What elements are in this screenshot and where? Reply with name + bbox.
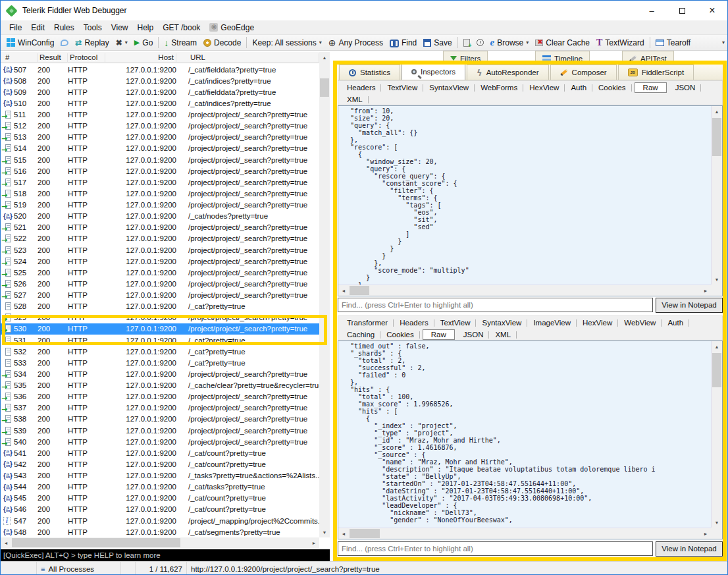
menu-item-geoedge[interactable]: ✳GeoEdge [205,22,259,34]
response-vertical-scrollbar[interactable]: ▲ ▼ [711,341,722,528]
request-tab-headers[interactable]: Headers [341,82,381,93]
response-tab-imageview[interactable]: ImageView [527,317,577,328]
scroll-left-icon[interactable]: ◄ [338,285,349,296]
quickexec-bar[interactable]: [QuickExec] ALT+Q > type HELP to learn m… [1,549,334,561]
request-raw-text-area[interactable]: "from": 10, "size": 20, "query": { "matc… [338,106,711,285]
session-row[interactable]: 532200HTTP127.0.0.1:9200/_cat?pretty=tru… [1,346,319,357]
session-row[interactable]: {json}510200HTTP127.0.0.1:9200/_cat/indi… [1,97,319,109]
tab-timeline[interactable]: Timeline [535,51,590,61]
response-tab-xml[interactable]: XML [489,329,517,340]
session-row[interactable]: →536200HTTP127.0.0.1:9200/project/projec… [1,391,319,402]
request-tab-textview[interactable]: TextView [381,82,423,93]
clear-cache-button[interactable]: Clear Cache [532,37,593,49]
scroll-up-icon[interactable]: ▲ [712,341,722,352]
minimize-button[interactable]: – [637,1,667,20]
tab-inspectors[interactable]: Inspectors [402,63,465,80]
tearoff-button[interactable]: Tearoff [652,37,694,49]
timer-button[interactable] [473,38,487,47]
request-vertical-scrollbar[interactable]: ▲ ▼ [711,106,722,285]
replay-button[interactable]: ⇄Replay [72,37,112,49]
session-row[interactable]: →530200HTTP127.0.0.1:9200/project/projec… [1,323,319,335]
response-tab-syntaxview[interactable]: SyntaxView [476,317,527,328]
response-tab-raw[interactable]: Raw [423,329,455,340]
session-row[interactable]: {json}509200HTTP127.0.0.1:9200/_cat/fiel… [1,86,319,97]
response-find-input[interactable] [338,541,653,556]
response-view-in-notepad-button[interactable]: View in Notepad [656,541,723,557]
session-row[interactable]: {json}548200HTTP127.0.0.1:9200/_cat/segm… [1,526,319,537]
column-header-url[interactable]: URL [188,53,319,62]
session-row[interactable]: →534200HTTP127.0.0.1:9200/project/projec… [1,368,319,379]
go-button[interactable]: ▶Go [131,37,156,49]
session-row[interactable]: →523200HTTP127.0.0.1:9200/project/projec… [1,244,319,256]
session-row[interactable]: →513200HTTP127.0.0.1:9200/project/projec… [1,132,319,143]
session-row[interactable]: {json}508200HTTP127.0.0.1:9200/_cat/indi… [1,75,319,86]
keep-sessions-dropdown[interactable]: Keep: All sessions▾ [249,37,325,49]
scroll-down-icon[interactable]: ▼ [712,517,722,528]
session-row[interactable]: →516200HTTP127.0.0.1:9200/project/projec… [1,165,319,177]
column-header-result[interactable]: Result [38,53,68,62]
session-row[interactable]: →540200HTTP127.0.0.1:9200/project/projec… [1,436,319,447]
menu-item-help[interactable]: Help [133,22,159,34]
session-row[interactable]: →524200HTTP127.0.0.1:9200/project/projec… [1,256,319,267]
session-row[interactable]: →518200HTTP127.0.0.1:9200/project/projec… [1,188,319,199]
menu-item-file[interactable]: File [5,22,26,34]
menu-item-view[interactable]: View [107,22,133,34]
response-tab-auth[interactable]: Auth [662,317,689,328]
scroll-right-icon[interactable]: ► [309,537,319,548]
session-row[interactable]: →512200HTTP127.0.0.1:9200/project/projec… [1,121,319,132]
session-row[interactable]: 533200HTTP127.0.0.1:9200/_cat?pretty=tru… [1,357,319,368]
request-tab-json[interactable]: JSON [669,82,702,93]
scroll-down-icon[interactable]: ▼ [319,527,330,537]
scrollbar-thumb[interactable] [712,118,721,156]
column-header-protocol[interactable]: Protocol [68,53,105,62]
request-tab-cookies[interactable]: Cookies [592,82,632,93]
response-tab-json[interactable]: JSON [457,329,490,340]
scrollbar-thumb[interactable] [350,286,369,295]
session-row[interactable]: →539200HTTP127.0.0.1:9200/project/projec… [1,425,319,436]
session-row[interactable]: →527200HTTP127.0.0.1:9200/project/projec… [1,290,319,301]
session-row[interactable]: {json}542200HTTP127.0.0.1:9200/_cat/coun… [1,458,319,470]
session-row[interactable]: →517200HTTP127.0.0.1:9200/project/projec… [1,177,319,188]
session-row[interactable]: 528200HTTP127.0.0.1:9200/_cat?pretty=tru… [1,301,319,312]
scroll-left-icon[interactable]: ◄ [1,537,11,548]
session-row[interactable]: {json}544200HTTP127.0.0.1:9200/_cat/task… [1,481,319,493]
tab-autoresponder[interactable]: ϟAutoResponder [467,65,549,80]
session-row[interactable]: →519200HTTP127.0.0.1:9200/project/projec… [1,200,319,211]
request-tab-auth[interactable]: Auth [565,82,592,93]
session-row[interactable]: {json}543200HTTP127.0.0.1:9200/_tasks?pr… [1,470,319,481]
column-header-host[interactable]: Host [105,53,176,62]
session-row[interactable]: {json}520200HTTP127.0.0.1:9200/_cat/node… [1,211,319,222]
request-tab-hexview[interactable]: HexView [523,82,565,93]
menu-item-get-book[interactable]: GET /book [158,22,205,34]
menu-item-edit[interactable]: Edit [26,22,49,34]
scroll-down-icon[interactable]: ▼ [712,274,722,285]
scroll-left-icon[interactable]: ◄ [338,528,349,539]
any-process-button[interactable]: ⊕Any Process [325,37,386,49]
tab-filters[interactable]: Filters [443,51,488,61]
response-tab-textview[interactable]: TextView [434,317,477,328]
response-tab-webview[interactable]: WebView [618,317,662,328]
session-list-horizontal-scrollbar[interactable]: ◄ ► [1,537,319,548]
session-row[interactable]: →529200HTTP127.0.0.1:9200/project/projec… [1,312,319,323]
request-tab-xml[interactable]: XML [341,94,369,105]
response-horizontal-scrollbar[interactable]: ◄ ► [338,528,711,539]
menu-item-rules[interactable]: Rules [49,22,79,34]
session-row[interactable]: {json}546200HTTP127.0.0.1:9200/_cat/coun… [1,504,319,515]
request-tab-raw[interactable]: Raw [635,82,667,93]
maximize-button[interactable] [667,1,697,20]
scrollbar-thumb[interactable] [12,538,180,547]
scroll-up-icon[interactable]: ▲ [712,106,722,117]
request-view-in-notepad-button[interactable]: View in Notepad [656,298,723,313]
tab-apitest[interactable]: APITest [622,51,674,61]
session-row[interactable]: →538200HTTP127.0.0.1:9200/project/projec… [1,414,319,425]
column-header-number[interactable]: # [3,53,38,62]
session-row[interactable]: →515200HTTP127.0.0.1:9200/project/projec… [1,154,319,165]
session-row[interactable]: →526200HTTP127.0.0.1:9200/project/projec… [1,278,319,289]
session-list-vertical-scrollbar[interactable]: ▲ ▼ [319,52,330,537]
remove-sessions-button[interactable]: ✖▾ [113,37,131,49]
response-raw-text-area[interactable]: "timed_out" : false, "_shards" : { "tota… [338,341,711,528]
winconfig-button[interactable]: WinConfig [3,37,57,49]
capture-indicator-cell[interactable] [1,562,37,575]
scrollbar-thumb[interactable] [350,529,380,538]
tab-fiddlerscript[interactable]: JSFiddlerScript [618,65,694,80]
